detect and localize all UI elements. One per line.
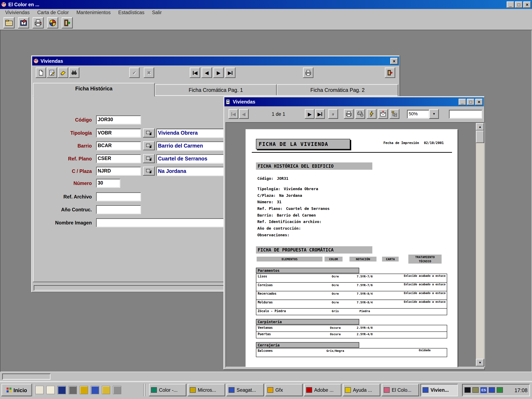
lookup-button[interactable] <box>143 141 155 150</box>
zoom-select[interactable]: 50% <box>407 110 429 119</box>
field-input-ref-archivo[interactable] <box>96 192 141 201</box>
form-titlebar[interactable]: Viviendas × <box>32 57 399 65</box>
field-input-número[interactable]: 30 <box>96 179 120 188</box>
close-button[interactable]: × <box>523 1 531 8</box>
field-input-c-plaza[interactable]: NJRD <box>96 167 141 176</box>
refresh-button[interactable] <box>367 109 377 119</box>
group-tree-button[interactable] <box>390 109 399 119</box>
report-info-line: Observaciones: <box>257 233 444 239</box>
maximize-button[interactable]: □ <box>515 1 523 8</box>
info-value: JOR31 <box>277 176 288 181</box>
tab-ficha-cromatica-1[interactable]: Ficha Cromática Pag. 1 <box>155 84 277 96</box>
quicklaunch-keys-icon[interactable] <box>80 386 88 394</box>
system-tray: ES 17:08 <box>462 384 530 396</box>
cancel-button[interactable]: ✖ <box>144 68 154 78</box>
quicklaunch-globe-icon[interactable] <box>57 386 66 394</box>
keyboard-icon[interactable] <box>489 387 495 393</box>
confirm-button[interactable]: ✔ <box>129 68 140 78</box>
quicklaunch-report-icon[interactable] <box>91 386 99 394</box>
report-last-page-button[interactable]: ▶ <box>315 109 325 119</box>
records-button[interactable] <box>4 17 14 28</box>
next-record-button[interactable]: ▶ <box>213 68 224 78</box>
delete-record-button[interactable] <box>58 68 68 78</box>
cell-col: Gris/Negra <box>324 349 346 353</box>
quicklaunch-tools-icon[interactable] <box>113 386 121 394</box>
minimize-button[interactable]: _ <box>507 1 514 8</box>
edit-record-button[interactable] <box>47 68 57 78</box>
menu-item-salir[interactable]: Salir <box>148 9 165 16</box>
report-close-button[interactable]: × <box>475 99 483 105</box>
report-print-button[interactable] <box>344 109 354 119</box>
form-exit-button[interactable] <box>385 68 395 78</box>
start-button[interactable]: Inicio <box>1 384 32 396</box>
stop-button[interactable]: ■ <box>328 109 338 119</box>
lookup-button[interactable] <box>143 167 155 176</box>
statistics-button[interactable] <box>47 17 58 28</box>
print-button[interactable] <box>303 68 313 78</box>
report-next-page-button[interactable]: ▶ <box>305 109 315 119</box>
task-el-colo[interactable]: El Colo... <box>382 384 419 396</box>
tab-ficha-historica[interactable]: Ficha Histórica <box>33 83 155 97</box>
lookup-button[interactable] <box>143 128 155 137</box>
cell-el: Recercados <box>258 292 276 296</box>
field-input-código[interactable]: JOR30 <box>96 115 141 124</box>
task-seagat[interactable]: Seagat... <box>227 384 264 396</box>
print-records-button[interactable] <box>33 17 44 28</box>
report-info-line: C/Plaza:Na Jordana <box>257 193 444 200</box>
report-minimize-button[interactable]: _ <box>459 99 466 105</box>
report-window-icon <box>226 99 231 105</box>
report-first-page-button[interactable]: ◀ <box>228 109 238 119</box>
menu-item-carta-de-color[interactable]: Carta de Color <box>33 9 73 16</box>
form-close-button[interactable]: × <box>390 58 398 64</box>
quicklaunch-page-icon[interactable] <box>35 386 44 394</box>
search-text-box[interactable] <box>449 110 482 119</box>
quicklaunch-seal-icon[interactable] <box>102 386 110 394</box>
scroll-thumb[interactable] <box>476 131 484 143</box>
task-adobe[interactable]: Adobe ... <box>304 384 342 396</box>
menu-item-mantenimientos[interactable]: Mantenimientos <box>73 9 114 16</box>
report-maximize-button[interactable]: □ <box>467 99 475 105</box>
cell-col: Ocre <box>324 292 346 296</box>
cell-el: Lisos <box>258 275 267 278</box>
scroll-up-button[interactable]: ▲ <box>476 123 484 131</box>
color-chart-button[interactable] <box>18 17 29 28</box>
zoom-dropdown-button[interactable]: ▼ <box>429 109 439 119</box>
field-input-tipología[interactable]: VOBR <box>96 128 141 137</box>
menu-item-estadísticas[interactable]: Estadísticas <box>114 9 148 16</box>
export-button[interactable] <box>378 109 388 119</box>
quicklaunch-paw-icon[interactable] <box>69 386 77 394</box>
task-vivien[interactable]: Vivien... <box>420 384 458 396</box>
scanner-icon[interactable] <box>497 387 503 393</box>
volume-icon[interactable] <box>472 387 479 393</box>
tab-ficha-cromatica-2[interactable]: Ficha Cromática Pag. 2 <box>277 84 398 96</box>
field-input-ref-plano[interactable]: CSER <box>96 154 141 163</box>
exit-button[interactable] <box>62 17 73 28</box>
quicklaunch-viewer-icon[interactable] <box>46 386 55 394</box>
display-icon[interactable] <box>464 387 471 393</box>
language-indicator[interactable]: ES <box>481 387 487 393</box>
main-toolbar <box>0 16 532 30</box>
task-color[interactable]: Color -... <box>149 384 186 396</box>
field-label-ref-plano: Ref. Plano <box>33 156 92 161</box>
first-record-button[interactable]: ◀ <box>190 68 200 78</box>
field-input-barrio[interactable]: BCAR <box>96 141 141 150</box>
task-gfx[interactable]: Gfx <box>265 384 303 396</box>
task-micros[interactable]: Micros... <box>188 384 225 396</box>
help-icon <box>345 387 351 393</box>
report-titlebar[interactable]: Viviendas _ □ × <box>224 97 484 106</box>
lookup-button[interactable] <box>143 154 155 163</box>
previous-record-button[interactable]: ◀ <box>202 68 212 78</box>
search-button[interactable] <box>69 68 79 78</box>
report-info-line: Número:31 <box>257 200 444 207</box>
vertical-scrollbar[interactable]: ▲ ▼ <box>476 123 484 367</box>
report-previous-page-button[interactable]: ◀ <box>239 109 249 119</box>
new-record-button[interactable] <box>36 68 46 78</box>
menu-item-viviviendas[interactable]: Viviviendas <box>1 9 33 16</box>
report-table-row: CornisasOcre7.5YR-7/6Enlucido acabado a … <box>256 282 447 291</box>
main-titlebar[interactable]: El Color en ... _ □ × <box>0 0 532 9</box>
task-ayuda[interactable]: Ayuda ... <box>343 384 380 396</box>
last-record-button[interactable]: ▶ <box>225 68 235 78</box>
field-input-año-contruc[interactable] <box>96 205 141 214</box>
scroll-down-button[interactable]: ▼ <box>476 359 484 367</box>
printer-setup-button[interactable] <box>355 109 365 119</box>
